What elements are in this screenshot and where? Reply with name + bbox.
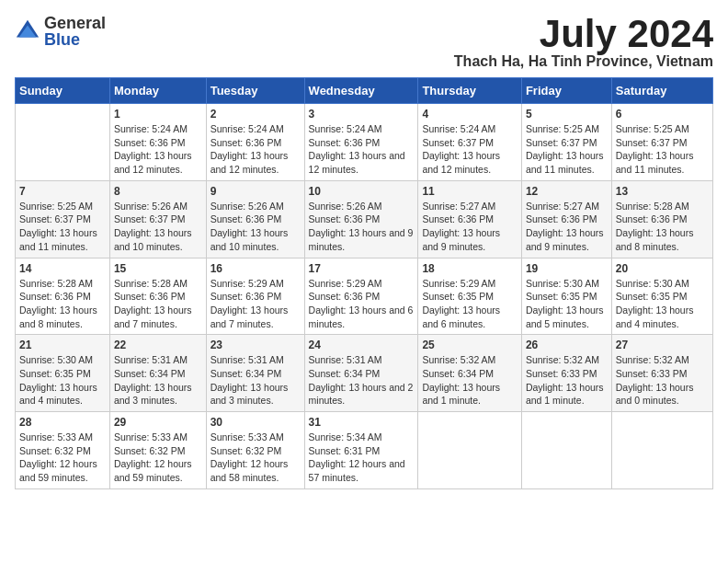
calendar-cell	[521, 412, 611, 489]
cell-info: Sunrise: 5:26 AM Sunset: 6:36 PM Dayligh…	[210, 200, 301, 254]
calendar-cell: 9Sunrise: 5:26 AM Sunset: 6:36 PM Daylig…	[206, 180, 304, 258]
day-number: 31	[309, 416, 415, 429]
cell-info: Sunrise: 5:33 AM Sunset: 6:32 PM Dayligh…	[19, 431, 106, 485]
day-number: 29	[114, 416, 202, 429]
calendar-cell: 4Sunrise: 5:24 AM Sunset: 6:37 PM Daylig…	[418, 104, 522, 181]
day-number: 25	[422, 339, 518, 351]
logo-text: General Blue	[44, 15, 106, 48]
cell-info: Sunrise: 5:29 AM Sunset: 6:36 PM Dayligh…	[210, 277, 301, 331]
day-number: 20	[616, 262, 709, 275]
header: General Blue July 2024 Thach Ha, Ha Tinh…	[15, 15, 713, 70]
calendar-cell: 10Sunrise: 5:26 AM Sunset: 6:36 PM Dayli…	[304, 180, 418, 258]
cell-info: Sunrise: 5:30 AM Sunset: 6:35 PM Dayligh…	[616, 277, 709, 331]
day-number: 28	[19, 416, 106, 429]
cell-info: Sunrise: 5:24 AM Sunset: 6:36 PM Dayligh…	[114, 122, 202, 177]
cell-info: Sunrise: 5:33 AM Sunset: 6:32 PM Dayligh…	[210, 431, 301, 485]
day-number: 1	[114, 108, 202, 121]
cell-info: Sunrise: 5:29 AM Sunset: 6:36 PM Dayligh…	[309, 277, 415, 331]
calendar-week-row: 14Sunrise: 5:28 AM Sunset: 6:36 PM Dayli…	[16, 258, 713, 335]
cell-info: Sunrise: 5:28 AM Sunset: 6:36 PM Dayligh…	[19, 277, 106, 331]
cell-info: Sunrise: 5:28 AM Sunset: 6:36 PM Dayligh…	[114, 277, 202, 331]
calendar-cell: 13Sunrise: 5:28 AM Sunset: 6:36 PM Dayli…	[611, 180, 712, 258]
day-number: 8	[114, 185, 202, 198]
logo: General Blue	[15, 15, 106, 48]
column-header-wednesday: Wednesday	[304, 78, 418, 104]
calendar-cell	[611, 412, 712, 489]
calendar-cell: 23Sunrise: 5:31 AM Sunset: 6:34 PM Dayli…	[206, 335, 304, 412]
calendar-cell: 17Sunrise: 5:29 AM Sunset: 6:36 PM Dayli…	[304, 258, 418, 335]
calendar-cell: 14Sunrise: 5:28 AM Sunset: 6:36 PM Dayli…	[16, 258, 110, 335]
calendar-cell: 1Sunrise: 5:24 AM Sunset: 6:36 PM Daylig…	[109, 104, 206, 181]
day-number: 23	[210, 339, 301, 351]
calendar-cell: 25Sunrise: 5:32 AM Sunset: 6:34 PM Dayli…	[418, 335, 522, 412]
calendar-cell: 12Sunrise: 5:27 AM Sunset: 6:36 PM Dayli…	[521, 180, 611, 258]
day-number: 30	[210, 416, 301, 429]
calendar-week-row: 1Sunrise: 5:24 AM Sunset: 6:36 PM Daylig…	[16, 104, 713, 181]
calendar-cell: 21Sunrise: 5:30 AM Sunset: 6:35 PM Dayli…	[16, 335, 110, 412]
day-number: 2	[210, 108, 301, 121]
calendar-week-row: 21Sunrise: 5:30 AM Sunset: 6:35 PM Dayli…	[16, 335, 713, 412]
cell-info: Sunrise: 5:26 AM Sunset: 6:36 PM Dayligh…	[309, 200, 415, 254]
day-number: 4	[422, 108, 518, 121]
calendar-cell: 28Sunrise: 5:33 AM Sunset: 6:32 PM Dayli…	[16, 412, 110, 489]
day-number: 9	[210, 185, 301, 198]
column-header-monday: Monday	[109, 78, 206, 104]
cell-info: Sunrise: 5:27 AM Sunset: 6:36 PM Dayligh…	[526, 200, 608, 254]
cell-info: Sunrise: 5:32 AM Sunset: 6:33 PM Dayligh…	[616, 353, 709, 408]
calendar-cell: 6Sunrise: 5:25 AM Sunset: 6:37 PM Daylig…	[611, 104, 712, 181]
calendar-cell: 19Sunrise: 5:30 AM Sunset: 6:35 PM Dayli…	[521, 258, 611, 335]
day-number: 15	[114, 262, 202, 275]
day-number: 12	[526, 185, 608, 198]
calendar-cell: 11Sunrise: 5:27 AM Sunset: 6:36 PM Dayli…	[418, 180, 522, 258]
calendar-cell: 8Sunrise: 5:26 AM Sunset: 6:37 PM Daylig…	[109, 180, 206, 258]
day-number: 7	[19, 185, 106, 198]
title-area: July 2024 Thach Ha, Ha Tinh Province, Vi…	[454, 15, 713, 70]
calendar-cell: 29Sunrise: 5:33 AM Sunset: 6:32 PM Dayli…	[109, 412, 206, 489]
cell-info: Sunrise: 5:28 AM Sunset: 6:36 PM Dayligh…	[616, 200, 709, 254]
day-number: 5	[526, 108, 608, 121]
cell-info: Sunrise: 5:27 AM Sunset: 6:36 PM Dayligh…	[422, 200, 518, 254]
calendar-cell: 15Sunrise: 5:28 AM Sunset: 6:36 PM Dayli…	[109, 258, 206, 335]
calendar-cell: 7Sunrise: 5:25 AM Sunset: 6:37 PM Daylig…	[16, 180, 110, 258]
day-number: 22	[114, 339, 202, 351]
day-number: 19	[526, 262, 608, 275]
cell-info: Sunrise: 5:32 AM Sunset: 6:33 PM Dayligh…	[526, 353, 608, 408]
cell-info: Sunrise: 5:25 AM Sunset: 6:37 PM Dayligh…	[526, 122, 608, 177]
cell-info: Sunrise: 5:31 AM Sunset: 6:34 PM Dayligh…	[210, 353, 301, 408]
cell-info: Sunrise: 5:31 AM Sunset: 6:34 PM Dayligh…	[309, 353, 415, 408]
calendar-header-row: SundayMondayTuesdayWednesdayThursdayFrid…	[16, 78, 713, 104]
column-header-tuesday: Tuesday	[206, 78, 304, 104]
day-number: 16	[210, 262, 301, 275]
cell-info: Sunrise: 5:26 AM Sunset: 6:37 PM Dayligh…	[114, 200, 202, 254]
calendar-cell	[16, 104, 110, 181]
calendar-cell	[418, 412, 522, 489]
cell-info: Sunrise: 5:24 AM Sunset: 6:37 PM Dayligh…	[422, 122, 518, 177]
cell-info: Sunrise: 5:24 AM Sunset: 6:36 PM Dayligh…	[309, 122, 415, 177]
day-number: 10	[309, 185, 415, 198]
cell-info: Sunrise: 5:30 AM Sunset: 6:35 PM Dayligh…	[19, 353, 106, 408]
calendar-week-row: 7Sunrise: 5:25 AM Sunset: 6:37 PM Daylig…	[16, 180, 713, 258]
calendar-cell: 22Sunrise: 5:31 AM Sunset: 6:34 PM Dayli…	[109, 335, 206, 412]
month-title: July 2024	[454, 15, 713, 53]
day-number: 27	[616, 339, 709, 351]
cell-info: Sunrise: 5:25 AM Sunset: 6:37 PM Dayligh…	[19, 200, 106, 254]
logo-blue: Blue	[44, 31, 106, 48]
calendar-week-row: 28Sunrise: 5:33 AM Sunset: 6:32 PM Dayli…	[16, 412, 713, 489]
day-number: 21	[19, 339, 106, 351]
column-header-thursday: Thursday	[418, 78, 522, 104]
calendar-cell: 18Sunrise: 5:29 AM Sunset: 6:35 PM Dayli…	[418, 258, 522, 335]
location-title: Thach Ha, Ha Tinh Province, Vietnam	[454, 53, 713, 70]
day-number: 6	[616, 108, 709, 121]
cell-info: Sunrise: 5:32 AM Sunset: 6:34 PM Dayligh…	[422, 353, 518, 408]
day-number: 11	[422, 185, 518, 198]
calendar-cell: 5Sunrise: 5:25 AM Sunset: 6:37 PM Daylig…	[521, 104, 611, 181]
day-number: 3	[309, 108, 415, 121]
column-header-saturday: Saturday	[611, 78, 712, 104]
logo-icon	[15, 18, 40, 44]
cell-info: Sunrise: 5:33 AM Sunset: 6:32 PM Dayligh…	[114, 431, 202, 485]
cell-info: Sunrise: 5:29 AM Sunset: 6:35 PM Dayligh…	[422, 277, 518, 331]
day-number: 26	[526, 339, 608, 351]
logo-general: General	[44, 15, 106, 31]
calendar-cell: 30Sunrise: 5:33 AM Sunset: 6:32 PM Dayli…	[206, 412, 304, 489]
cell-info: Sunrise: 5:25 AM Sunset: 6:37 PM Dayligh…	[616, 122, 709, 177]
